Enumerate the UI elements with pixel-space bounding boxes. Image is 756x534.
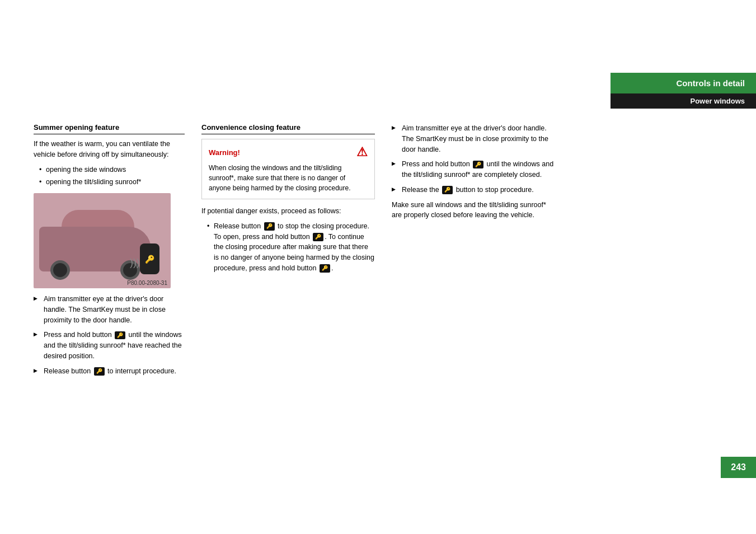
list-item: Aim transmitter eye at the driver's door… xyxy=(34,294,185,325)
left-instructions-list: Aim transmitter eye at the driver's door… xyxy=(34,294,185,376)
page-number: 243 xyxy=(721,457,756,478)
middle-section-title: Convenience closing feature xyxy=(201,123,375,134)
key-button-icon: 🔑 xyxy=(473,161,483,169)
bullet-text: Release button 🔑 to stop the closing pro… xyxy=(214,222,374,272)
key-button-icon: 🔑 xyxy=(94,367,105,376)
instruction-text: Press and hold button 🔑 until the window… xyxy=(44,331,182,360)
list-item: Press and hold button 🔑 until the window… xyxy=(34,330,185,361)
instruction-text: Release the 🔑 button to stop procedure. xyxy=(402,186,534,194)
warning-box: Warning! ⚠ When closing the windows and … xyxy=(201,139,375,199)
key-button-icon: 🔑 xyxy=(320,264,330,273)
key-button-icon: 🔑 xyxy=(442,186,453,194)
key-fob: 🔑 xyxy=(140,243,159,274)
key-button-icon: 🔑 xyxy=(313,233,323,241)
key-fob-icon: 🔑 xyxy=(145,255,154,264)
car-wheel-front xyxy=(50,260,70,280)
right-instructions-list: Aim transmitter eye at the driver's door… xyxy=(392,123,554,195)
sub-title: Power windows xyxy=(611,93,756,109)
danger-intro-text: If potential danger exists, proceed as f… xyxy=(201,206,375,217)
closing-text: Make sure all windows and the tilt/slidi… xyxy=(392,200,554,221)
warning-label: Warning! xyxy=(209,148,240,157)
car-image-label: P80.00-2080-31 xyxy=(127,280,167,286)
left-column: Summer opening feature If the weather is… xyxy=(34,123,185,381)
middle-bullet-list: Release button 🔑 to stop the closing pro… xyxy=(201,221,375,274)
instruction-text: Aim transmitter eye at the driver's door… xyxy=(402,124,548,153)
key-button-icon: 🔑 xyxy=(264,222,275,231)
left-section-title: Summer opening feature xyxy=(34,123,185,134)
list-item: opening the tilt/sliding sunroof* xyxy=(39,177,185,188)
warning-title-row: Warning! ⚠ xyxy=(209,145,368,160)
warning-body-text: When closing the windows and the tilt/sl… xyxy=(209,163,368,193)
list-item: Release button 🔑 to interrupt procedure. xyxy=(34,366,185,377)
instruction-text: Release button 🔑 to interrupt procedure. xyxy=(44,367,176,375)
header-bar: Controls in detail Power windows xyxy=(611,73,756,109)
main-content: Summer opening feature If the weather is… xyxy=(34,123,722,381)
list-item: opening the side windows xyxy=(39,165,185,175)
list-item: Aim transmitter eye at the driver's door… xyxy=(392,123,554,154)
right-column: Aim transmitter eye at the driver's door… xyxy=(392,123,554,381)
car-image: 🔑 ))) P80.00-2080-31 xyxy=(34,193,171,288)
key-fob-signal: ))) xyxy=(130,257,140,269)
left-bullet-list: opening the side windows opening the til… xyxy=(34,165,185,188)
section-title: Controls in detail xyxy=(611,73,756,93)
instruction-text: Press and hold button 🔑 until the window… xyxy=(402,160,553,179)
list-item: Release the 🔑 button to stop procedure. xyxy=(392,185,554,195)
list-item: Release button 🔑 to stop the closing pro… xyxy=(207,221,375,274)
instruction-text: Aim transmitter eye at the driver's door… xyxy=(44,295,166,324)
middle-column: Convenience closing feature Warning! ⚠ W… xyxy=(201,123,375,381)
left-intro-text: If the weather is warm, you can ventilat… xyxy=(34,139,185,160)
warning-triangle-icon: ⚠ xyxy=(356,145,368,160)
list-item: Press and hold button 🔑 until the window… xyxy=(392,159,554,180)
key-button-icon: 🔑 xyxy=(115,331,125,340)
